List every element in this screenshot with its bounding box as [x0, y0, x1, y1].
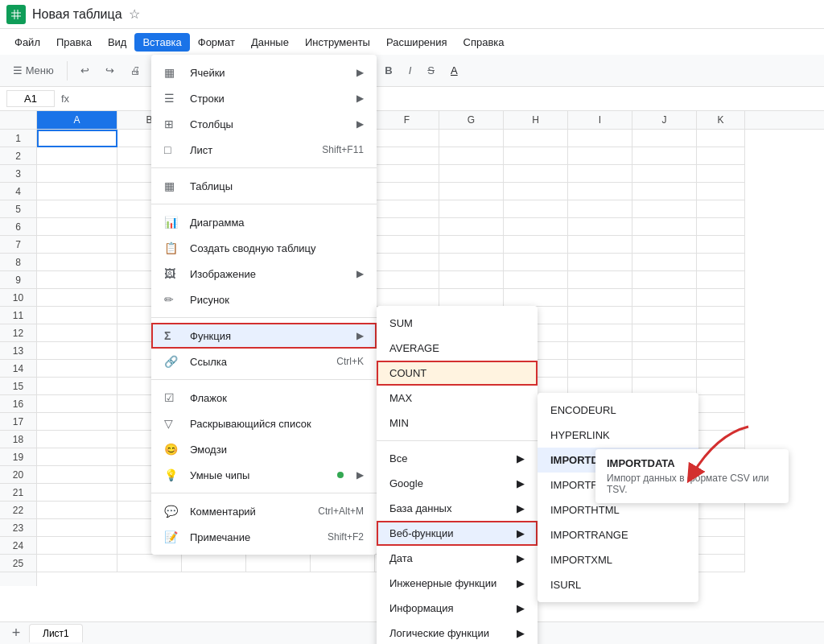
- insert-columns[interactable]: ⊞ Столбцы ▶: [151, 111, 377, 137]
- cell-2[interactable]: [504, 147, 568, 165]
- redo-button[interactable]: ↪: [99, 61, 121, 80]
- cell-2[interactable]: [568, 147, 632, 165]
- cell-23[interactable]: [697, 519, 745, 537]
- cell-16[interactable]: [697, 395, 745, 413]
- cell-13[interactable]: [697, 342, 745, 360]
- cell-25[interactable]: [697, 555, 745, 572]
- cell-24[interactable]: [37, 537, 117, 555]
- insert-emoji[interactable]: 😊 Эмодзи: [151, 436, 377, 462]
- cell-f1[interactable]: [375, 130, 439, 147]
- menu-edit[interactable]: Правка: [48, 33, 100, 52]
- strikethrough-button[interactable]: S: [421, 61, 441, 80]
- func-web[interactable]: Веб-функции▶: [377, 521, 538, 546]
- cell-10[interactable]: [37, 289, 117, 307]
- cell-12[interactable]: [632, 324, 697, 342]
- cell-11[interactable]: [697, 307, 745, 324]
- cell-2[interactable]: [697, 147, 745, 165]
- cell-2[interactable]: [37, 147, 117, 165]
- cell-g1[interactable]: [439, 130, 504, 147]
- func-logical[interactable]: Логические функции▶: [377, 621, 538, 644]
- row-16[interactable]: 16: [0, 395, 36, 413]
- cell-8[interactable]: [504, 254, 568, 271]
- cell-7[interactable]: [439, 236, 504, 254]
- func-average[interactable]: AVERAGE: [377, 336, 538, 361]
- cell-22[interactable]: [37, 502, 117, 519]
- cell-12[interactable]: [37, 324, 117, 342]
- cell-14[interactable]: [697, 360, 745, 378]
- func-google[interactable]: Google▶: [377, 471, 538, 496]
- col-header-j[interactable]: J: [632, 111, 697, 129]
- cell-12[interactable]: [568, 324, 632, 342]
- cell-4[interactable]: [504, 183, 568, 200]
- row-11[interactable]: 11: [0, 307, 36, 324]
- col-header-a[interactable]: A: [37, 111, 117, 129]
- cell-10[interactable]: [697, 289, 745, 307]
- row-23[interactable]: 23: [0, 519, 36, 537]
- cell-23[interactable]: [37, 519, 117, 537]
- cell-8[interactable]: [375, 254, 439, 271]
- menu-view[interactable]: Вид: [100, 33, 135, 52]
- italic-button[interactable]: I: [402, 61, 418, 80]
- cell-9[interactable]: [439, 271, 504, 289]
- row-21[interactable]: 21: [0, 484, 36, 502]
- insert-smart-chips[interactable]: 💡 Умные чипы ▶: [151, 462, 377, 488]
- cell-12[interactable]: [697, 324, 745, 342]
- cell-6[interactable]: [568, 218, 632, 236]
- sheet-tab-1[interactable]: Лист1: [29, 624, 83, 642]
- func-info[interactable]: Информация▶: [377, 596, 538, 621]
- cell-7[interactable]: [697, 236, 745, 254]
- cell-3[interactable]: [568, 165, 632, 183]
- cell-9[interactable]: [504, 271, 568, 289]
- cell-13[interactable]: [37, 342, 117, 360]
- menu-data[interactable]: Данные: [243, 33, 297, 52]
- row-8[interactable]: 8: [0, 254, 36, 271]
- func-engineering[interactable]: Инженерные функции▶: [377, 571, 538, 596]
- undo-button[interactable]: ↩: [74, 61, 96, 80]
- cell-5[interactable]: [37, 200, 117, 218]
- row-10[interactable]: 10: [0, 289, 36, 307]
- cell-6[interactable]: [632, 218, 697, 236]
- insert-rows[interactable]: ☰ Строки ▶: [151, 85, 377, 111]
- cell-7[interactable]: [568, 236, 632, 254]
- insert-note[interactable]: 📝 Примечание Shift+F2: [151, 524, 377, 550]
- cell-25[interactable]: [311, 555, 375, 572]
- cell-3[interactable]: [439, 165, 504, 183]
- cell-3[interactable]: [632, 165, 697, 183]
- cell-9[interactable]: [37, 271, 117, 289]
- cell-6[interactable]: [37, 218, 117, 236]
- cell-11[interactable]: [632, 307, 697, 324]
- insert-comment[interactable]: 💬 Комментарий Ctrl+Alt+M: [151, 498, 377, 524]
- func-max[interactable]: MAX: [377, 386, 538, 411]
- cell-5[interactable]: [697, 200, 745, 218]
- cell-7[interactable]: [37, 236, 117, 254]
- col-header-k[interactable]: K: [697, 111, 745, 129]
- cell-9[interactable]: [697, 271, 745, 289]
- cell-10[interactable]: [439, 289, 504, 307]
- cell-8[interactable]: [37, 254, 117, 271]
- cell-25[interactable]: [37, 555, 117, 572]
- cell-9[interactable]: [568, 271, 632, 289]
- col-header-h[interactable]: H: [504, 111, 568, 129]
- insert-function[interactable]: Σ Функция ▶: [151, 323, 377, 349]
- cell-8[interactable]: [632, 254, 697, 271]
- star-icon[interactable]: ☆: [129, 6, 140, 22]
- menu-extensions[interactable]: Расширения: [378, 33, 455, 52]
- cell-21[interactable]: [37, 484, 117, 502]
- cell-13[interactable]: [632, 342, 697, 360]
- cell-5[interactable]: [504, 200, 568, 218]
- col-header-g[interactable]: G: [439, 111, 504, 129]
- insert-image[interactable]: 🖼 Изображение ▶: [151, 261, 377, 287]
- cell-reference[interactable]: [6, 90, 55, 107]
- insert-sheet[interactable]: □ Лист Shift+F11: [151, 137, 377, 163]
- cell-20[interactable]: [37, 466, 117, 484]
- row-12[interactable]: 12: [0, 324, 36, 342]
- col-header-i[interactable]: I: [568, 111, 632, 129]
- func-sum[interactable]: SUM: [377, 311, 538, 336]
- cell-8[interactable]: [568, 254, 632, 271]
- insert-pivot[interactable]: 📋 Создать сводную таблицу: [151, 235, 377, 261]
- cell-6[interactable]: [439, 218, 504, 236]
- cell-3[interactable]: [504, 165, 568, 183]
- row-15[interactable]: 15: [0, 378, 36, 395]
- func-all[interactable]: Все▶: [377, 446, 538, 471]
- cell-a1[interactable]: [37, 130, 117, 147]
